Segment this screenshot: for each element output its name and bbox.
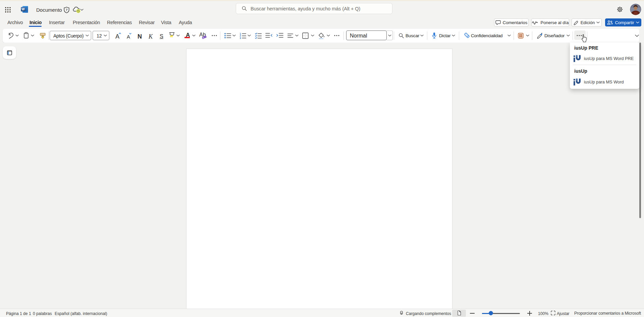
svg-text:?: ? bbox=[66, 8, 67, 12]
svg-text:3: 3 bbox=[240, 37, 241, 39]
svg-text:W: W bbox=[21, 7, 25, 11]
